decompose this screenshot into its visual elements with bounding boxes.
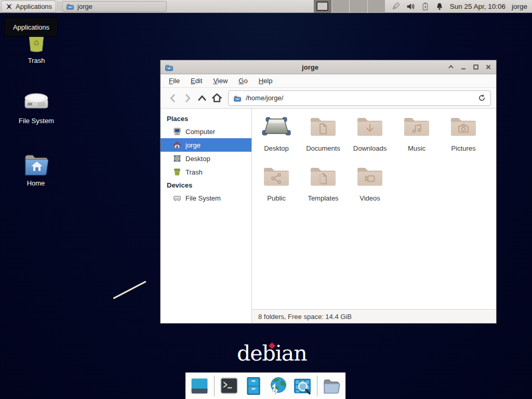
file-item-label: Public bbox=[267, 194, 285, 202]
file-item-music[interactable]: Music bbox=[393, 115, 440, 165]
menu-go[interactable]: Go bbox=[234, 75, 252, 87]
menu-view[interactable]: View bbox=[208, 75, 232, 87]
sidebar-item-trash[interactable]: ♻ Trash bbox=[161, 165, 251, 179]
desktop-icon-file-system[interactable]: File System bbox=[11, 89, 61, 125]
folder-documents-icon bbox=[309, 115, 338, 138]
folder-icon bbox=[233, 94, 242, 102]
panel-username[interactable]: jorge bbox=[512, 3, 527, 10]
applications-menu-button[interactable]: Applications bbox=[1, 1, 56, 12]
shade-button[interactable] bbox=[447, 63, 455, 71]
home-folder-icon bbox=[11, 152, 61, 177]
statusbar-text: 8 folders, Free space: 14.4 GiB bbox=[258, 313, 352, 321]
desktop-icon-home[interactable]: Home bbox=[11, 152, 61, 187]
window-titlebar[interactable]: jorge bbox=[161, 60, 496, 74]
sidebar-item-computer[interactable]: Computer bbox=[161, 125, 251, 138]
file-manager-icon[interactable] bbox=[322, 376, 341, 396]
file-item-label: Pictures bbox=[451, 144, 476, 152]
forward-button[interactable] bbox=[180, 91, 195, 105]
wallpaper-swoosh bbox=[113, 281, 146, 299]
back-button[interactable] bbox=[166, 91, 180, 105]
desktop-icon bbox=[173, 154, 181, 163]
applications-menu-label: Applications bbox=[16, 3, 52, 10]
file-item-label: Desktop bbox=[264, 144, 289, 152]
workspace-2[interactable] bbox=[332, 0, 350, 13]
file-item-documents[interactable]: Documents bbox=[300, 115, 347, 165]
applications-tooltip: Applications bbox=[4, 17, 58, 37]
sidebar-header-devices: Devices bbox=[161, 179, 251, 191]
top-panel: Applications jorge bbox=[0, 0, 532, 13]
path-input[interactable] bbox=[246, 94, 474, 102]
path-bar[interactable] bbox=[228, 90, 491, 106]
desktop-icon-label: File System bbox=[11, 117, 61, 125]
window-icon bbox=[165, 63, 174, 72]
taskbar-window-button[interactable]: jorge bbox=[62, 1, 167, 12]
window-title: jorge bbox=[174, 63, 447, 71]
desktop-surface-icon bbox=[262, 115, 291, 138]
trash-icon: ♻ bbox=[173, 168, 181, 176]
debian-wordmark: debian bbox=[237, 343, 307, 364]
computer-icon bbox=[173, 127, 181, 136]
hard-drive-icon bbox=[11, 89, 61, 114]
file-item-templates[interactable]: Templates bbox=[300, 165, 347, 215]
folder-templates-icon bbox=[309, 165, 338, 188]
panel-clock[interactable]: Sun 25 Apr, 10:06 bbox=[450, 3, 506, 10]
workspace-3[interactable] bbox=[350, 0, 368, 13]
file-item-desktop[interactable]: Desktop bbox=[253, 115, 300, 165]
file-item-pictures[interactable]: Pictures bbox=[440, 115, 487, 165]
panel-handle[interactable] bbox=[58, 2, 60, 10]
file-cabinet-icon[interactable] bbox=[244, 376, 263, 396]
sidebar: Places Computer bbox=[161, 109, 252, 323]
desktop-screen: Applications jorge bbox=[0, 0, 532, 399]
workspace-switcher[interactable] bbox=[314, 0, 385, 13]
taskbar-window-label: jorge bbox=[77, 3, 92, 10]
file-item-label: Downloads bbox=[353, 144, 387, 152]
close-button[interactable] bbox=[484, 63, 492, 71]
folder-videos-icon bbox=[355, 165, 384, 188]
sidebar-item-file-system[interactable]: File System bbox=[161, 191, 251, 205]
workspace-window-preview bbox=[316, 2, 328, 11]
file-item-videos[interactable]: Videos bbox=[347, 165, 393, 215]
terminal-icon[interactable] bbox=[219, 376, 239, 396]
sidebar-item-label: Computer bbox=[185, 128, 215, 136]
desktop-icon-label: Home bbox=[11, 179, 61, 187]
svg-text:♻: ♻ bbox=[33, 39, 40, 47]
application-finder-icon[interactable] bbox=[292, 376, 312, 396]
file-view-column: Desktop Documents bbox=[252, 109, 496, 323]
menu-file[interactable]: File bbox=[164, 75, 184, 87]
home-button[interactable] bbox=[209, 91, 224, 105]
sidebar-header-places: Places bbox=[161, 112, 251, 125]
file-item-label: Documents bbox=[306, 144, 340, 152]
tooltip-text: Applications bbox=[13, 23, 49, 31]
sidebar-item-label: Desktop bbox=[185, 155, 210, 163]
volume-icon[interactable] bbox=[406, 2, 415, 11]
workspace-1[interactable] bbox=[314, 0, 332, 13]
svg-text:♻: ♻ bbox=[176, 171, 178, 175]
file-item-public[interactable]: Public bbox=[253, 165, 300, 215]
workspace-4[interactable] bbox=[368, 0, 385, 13]
file-item-label: Music bbox=[408, 144, 425, 152]
menu-edit[interactable]: Edit bbox=[186, 75, 207, 87]
sidebar-item-jorge[interactable]: jorge bbox=[161, 138, 251, 152]
dock bbox=[185, 373, 345, 399]
battery-icon[interactable] bbox=[421, 2, 429, 11]
up-button[interactable] bbox=[195, 91, 209, 105]
folder-music-icon bbox=[402, 115, 431, 138]
dock-separator bbox=[317, 376, 317, 396]
panel-tray-area: Sun 25 Apr, 10:06 jorge bbox=[391, 0, 527, 13]
toolbar bbox=[161, 88, 496, 109]
marker-icon[interactable] bbox=[391, 2, 400, 11]
sidebar-item-desktop[interactable]: Desktop bbox=[161, 152, 251, 165]
file-item-label: Templates bbox=[308, 194, 338, 202]
minimize-button[interactable] bbox=[459, 63, 467, 71]
folder-pictures-icon bbox=[449, 115, 478, 138]
refresh-icon[interactable] bbox=[478, 94, 486, 102]
menu-help[interactable]: Help bbox=[254, 75, 277, 87]
web-browser-icon[interactable] bbox=[268, 376, 288, 396]
menubar: File Edit View Go Help bbox=[161, 74, 496, 88]
statusbar: 8 folders, Free space: 14.4 GiB bbox=[252, 309, 496, 323]
maximize-button[interactable] bbox=[472, 63, 480, 71]
sidebar-item-label: jorge bbox=[185, 141, 201, 149]
show-desktop-icon[interactable] bbox=[190, 376, 209, 396]
notifications-icon[interactable] bbox=[435, 2, 444, 11]
file-item-downloads[interactable]: Downloads bbox=[347, 115, 393, 165]
